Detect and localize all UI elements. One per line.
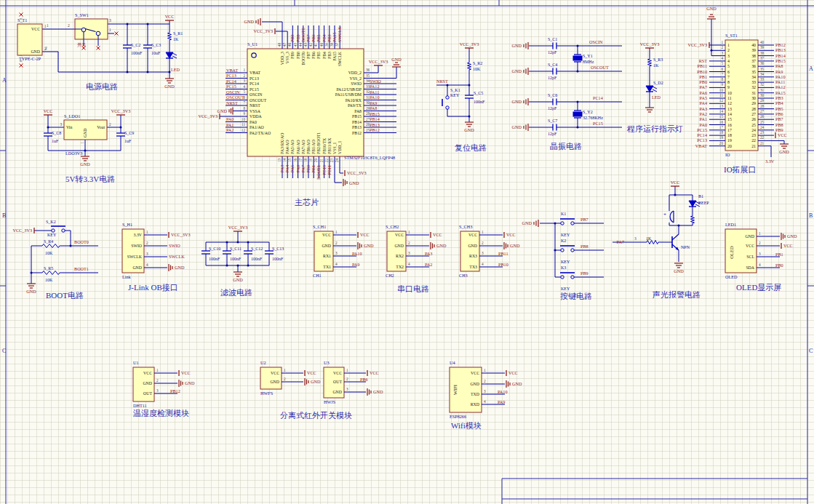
power-net-label[interactable]: VCC_3V3 bbox=[228, 225, 247, 230]
net-label[interactable]: PC13 bbox=[697, 137, 707, 143]
designator[interactable]: S_C10 bbox=[209, 247, 220, 251]
circuit-caption[interactable]: OLED显示屏 bbox=[736, 283, 781, 292]
vcc-flag[interactable]: VCC_3V3 bbox=[369, 59, 388, 65]
designator[interactable]: S_C3 bbox=[151, 43, 161, 47]
component-U4[interactable]: U4ESP8266WIFIVCC1VCCGND2GNDTXD3PA10RXD4P… bbox=[450, 360, 522, 419]
net-label[interactable]: PB11 bbox=[697, 63, 707, 68]
designator[interactable]: K2 bbox=[561, 239, 566, 243]
power-net-label[interactable]: VCC bbox=[181, 370, 191, 375]
net-label[interactable]: PA10 bbox=[498, 389, 508, 394]
component-value[interactable]: 10K bbox=[45, 278, 53, 282]
designator[interactable]: S_C2 bbox=[131, 43, 140, 47]
schematic-canvas[interactable]: ABCABCVCCGNDVCCVCC_3V3GNDGNDVCC_3V3VCC_3… bbox=[0, 0, 814, 504]
net-label[interactable]: PA6 bbox=[295, 165, 300, 172]
power-net-label[interactable]: GND bbox=[311, 379, 321, 384]
power-net-label[interactable]: VCC_3V3 bbox=[460, 41, 479, 47]
part-name[interactable]: Link bbox=[122, 274, 132, 279]
designator[interactable]: S_K1 bbox=[450, 88, 460, 92]
designator[interactable]: S_C12 bbox=[251, 247, 263, 251]
net-label[interactable]: PB13 bbox=[775, 47, 786, 52]
circuit-caption[interactable]: 电源电路 bbox=[86, 82, 118, 91]
power-net-label[interactable]: GND bbox=[674, 268, 684, 273]
net-label[interactable]: BOOT0 bbox=[300, 28, 306, 42]
part-name[interactable]: CH3 bbox=[459, 273, 468, 278]
component-value[interactable]: KEY bbox=[450, 93, 460, 97]
net-label[interactable]: PA10 bbox=[775, 74, 786, 79]
designator[interactable]: S_LDO1 bbox=[64, 113, 80, 119]
circuit-caption[interactable]: 主芯片 bbox=[295, 198, 319, 207]
component-S_C8[interactable]: S_C81uF bbox=[44, 131, 61, 143]
power-net-label[interactable]: VCC bbox=[508, 370, 518, 375]
net-label[interactable]: PA2 bbox=[425, 262, 432, 267]
component-S_C5[interactable]: S_C5100nF bbox=[465, 91, 485, 104]
designator[interactable]: S_R5 bbox=[44, 266, 53, 271]
power-net-label[interactable]: VCC_3V3 bbox=[254, 28, 273, 33]
vcc-flag[interactable]: VCC_3V3 bbox=[254, 28, 275, 34]
net-label[interactable]: PC15 bbox=[226, 84, 236, 89]
designator[interactable]: U3 bbox=[324, 360, 330, 365]
net-label[interactable]: PB9 bbox=[775, 127, 783, 132]
power-net-label[interactable]: GND bbox=[436, 243, 447, 248]
power-net-label[interactable]: GND bbox=[522, 220, 532, 225]
vcc-flag[interactable]: VCC_3V3 bbox=[640, 41, 659, 48]
component-U2[interactable]: U2HWFSVCC1VCCGND2GND bbox=[260, 360, 321, 396]
designator[interactable]: U2 bbox=[260, 360, 266, 365]
designator[interactable]: S_C6 bbox=[548, 93, 557, 97]
component-S_C12[interactable]: S_C12100nF bbox=[244, 247, 263, 261]
net-label[interactable]: PA2 bbox=[226, 127, 234, 132]
designator[interactable]: S_C5 bbox=[474, 91, 483, 95]
gnd-flag[interactable]: GND bbox=[512, 68, 528, 75]
vcc-flag[interactable]: VCC_3V3 bbox=[13, 228, 34, 233]
component-S_C3[interactable]: S_C310uF bbox=[143, 43, 161, 55]
power-net-label[interactable]: VCC_3V3 bbox=[369, 59, 388, 64]
net-label[interactable]: PB6 bbox=[311, 34, 316, 42]
gnd-flag[interactable]: GND bbox=[164, 79, 175, 89]
net-label[interactable]: PA15 bbox=[775, 90, 786, 95]
circuit-caption[interactable]: 串口电路 bbox=[397, 284, 429, 293]
part-name[interactable]: LDO3V3 bbox=[65, 151, 82, 156]
component-value[interactable]: 100nF bbox=[209, 257, 220, 261]
power-net-label[interactable]: GND bbox=[244, 19, 255, 24]
component-S_D2[interactable]: S_D2 bbox=[646, 81, 663, 92]
component-S_SW1[interactable]: S_SW1 bbox=[75, 12, 108, 39]
designator[interactable]: S_C11 bbox=[230, 247, 242, 251]
power-net-label[interactable]: GND bbox=[80, 161, 90, 167]
designator[interactable]: LED1 bbox=[725, 222, 736, 227]
gnd-flag[interactable]: GND bbox=[233, 272, 243, 282]
power-net-label[interactable]: VCC bbox=[370, 370, 379, 375]
circuit-caption[interactable]: 5V转3.3V电路 bbox=[65, 175, 115, 183]
circuit-caption[interactable]: 按键电路 bbox=[560, 292, 592, 300]
ic-body[interactable] bbox=[247, 49, 364, 156]
net-label[interactable]: PC13 bbox=[226, 73, 236, 78]
circuit-caption[interactable]: BOOT电路 bbox=[46, 291, 84, 300]
circuit-caption[interactable]: IO拓展口 bbox=[724, 165, 757, 174]
net-label[interactable]: PA4 bbox=[284, 165, 290, 172]
power-net-label[interactable]: VCC bbox=[360, 232, 370, 237]
component-passive[interactable] bbox=[166, 52, 177, 58]
circuit-caption[interactable]: Wifi模块 bbox=[451, 421, 482, 430]
net-label[interactable]: PA7 bbox=[617, 239, 624, 244]
designator[interactable]: S_Y1 bbox=[583, 54, 593, 58]
vcc-flag[interactable]: VCC_3V3 bbox=[460, 41, 479, 48]
net-label[interactable]: PB12 bbox=[170, 388, 180, 393]
net-label[interactable]: PB11 bbox=[327, 165, 332, 175]
component-buzzer[interactable]: + bbox=[663, 211, 674, 223]
component-value[interactable]: 10K bbox=[45, 251, 53, 255]
designator[interactable]: S_R3 bbox=[653, 57, 663, 62]
net-label[interactable]: PB3 bbox=[327, 34, 332, 42]
vcc-flag[interactable]: VCC bbox=[165, 14, 175, 20]
net-label[interactable]: PA11 bbox=[370, 89, 379, 95]
net-label[interactable]: PA7 bbox=[700, 84, 707, 89]
component-passive[interactable] bbox=[645, 241, 661, 244]
net-label[interactable]: PB4 bbox=[322, 34, 327, 42]
net-label[interactable]: SWCLK bbox=[337, 26, 342, 42]
component-S_T1[interactable]: S_T1TYPE-C-2PVCC1GND2 bbox=[17, 17, 47, 61]
component-S_ST1[interactable]: S_ST1IO11VCC_3V3223344RST55PB1166PB1077P… bbox=[688, 33, 787, 157]
net-label[interactable]: RST bbox=[699, 58, 708, 63]
power-net-label[interactable]: VCC_3V3 bbox=[13, 228, 32, 233]
part-name[interactable]: CH1 bbox=[313, 273, 322, 278]
net-label[interactable]: PA2 bbox=[700, 111, 707, 116]
power-net-label[interactable]: VCC_3V3 bbox=[688, 42, 707, 47]
power-net-label[interactable]: GND bbox=[706, 6, 717, 11]
net-label[interactable]: PB6 bbox=[360, 377, 368, 382]
